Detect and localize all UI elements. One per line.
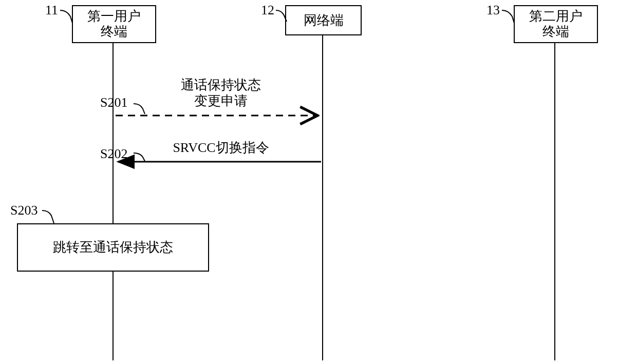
participant-2-lifeline (322, 34, 323, 360)
message-2-text: SRVCC切换指令 (159, 139, 283, 157)
participant-1-box: 第一用户 终端 (72, 5, 156, 43)
participant-2-ref: 12 (261, 3, 274, 18)
participant-1-ref: 11 (45, 3, 58, 18)
participant-2-box: 网络端 (285, 5, 362, 35)
participant-2-label: 网络端 (304, 13, 344, 28)
participant-3-box: 第二用户 终端 (514, 5, 598, 43)
step-3-text: 跳转至通话保持状态 (53, 240, 173, 255)
sequence-diagram: 11 第一用户 终端 12 网络端 13 第二用户 终端 通话保持状态 变更申请… (0, 0, 637, 364)
participant-3-label: 第二用户 终端 (529, 9, 583, 40)
message-1-seq: S201 (100, 95, 127, 110)
participant-1-label: 第一用户 终端 (87, 9, 141, 40)
message-2-seq: S202 (100, 146, 127, 162)
participant-3-ref: 13 (486, 3, 500, 18)
step-3-seq: S203 (10, 203, 38, 218)
message-1-text: 通话保持状态 变更申请 (159, 77, 283, 109)
diagram-overlay (0, 0, 637, 364)
step-3-box: 跳转至通话保持状态 (17, 223, 209, 272)
participant-1-lifeline (113, 42, 114, 360)
participant-3-lifeline (554, 42, 555, 360)
